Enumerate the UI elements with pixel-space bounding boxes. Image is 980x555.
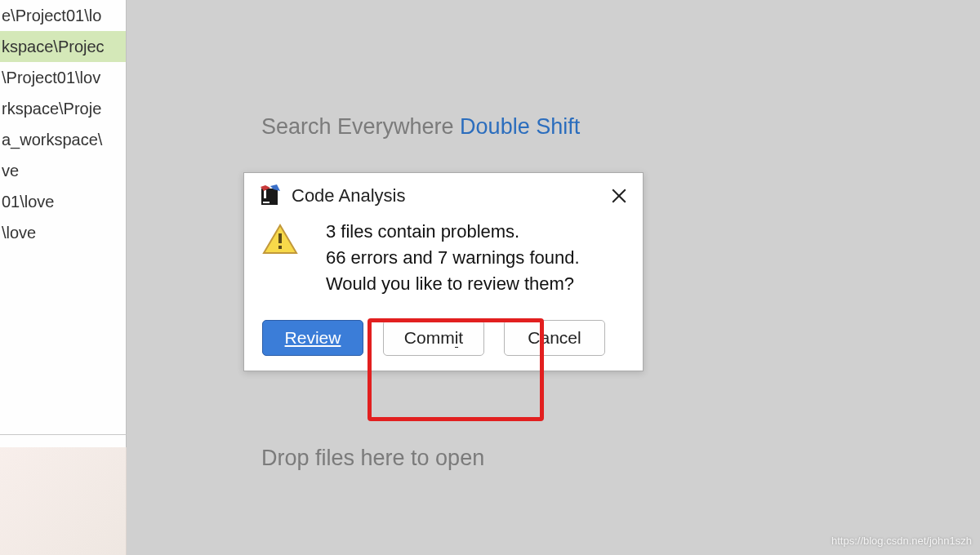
sidebar-item[interactable]: \Project01\lov xyxy=(0,62,126,93)
intellij-icon xyxy=(259,184,282,207)
review-button[interactable]: Review xyxy=(262,320,363,356)
dialog-body: 3 files contain problems. 66 errors and … xyxy=(259,219,628,297)
search-everywhere-hint: Search Everywhere Double Shift xyxy=(261,114,580,140)
sidebar-item[interactable]: a_workspace\ xyxy=(0,124,126,155)
cancel-button[interactable]: Cancel xyxy=(504,320,605,356)
sidebar-item[interactable]: ve xyxy=(0,155,126,186)
svg-rect-2 xyxy=(264,190,266,198)
hint-label: Search Everywhere xyxy=(261,114,460,139)
code-analysis-dialog: Code Analysis 3 files contain problems. … xyxy=(243,172,644,371)
sidebar-background-artwork xyxy=(0,447,127,555)
commit-button[interactable]: Commit xyxy=(383,320,484,356)
message-line-1: 3 files contain problems. xyxy=(326,219,580,245)
svg-rect-5 xyxy=(278,246,282,249)
sidebar-item[interactable]: \love xyxy=(0,217,126,248)
message-line-3: Would you like to review them? xyxy=(326,271,580,297)
sidebar-item[interactable]: 01\love xyxy=(0,186,126,217)
message-line-2: 66 errors and 7 warnings found. xyxy=(326,245,580,271)
commit-button-label: Commit xyxy=(404,328,463,348)
svg-rect-1 xyxy=(263,202,270,203)
drop-files-hint: Drop files here to open xyxy=(261,446,484,471)
review-button-label: Review xyxy=(285,328,341,348)
dialog-titlebar: Code Analysis xyxy=(259,184,628,207)
svg-rect-4 xyxy=(278,233,282,243)
dialog-button-row: Review Commit Cancel xyxy=(259,320,628,356)
sidebar: e\Project01\lo kspace\Projec \Project01\… xyxy=(0,0,127,555)
sidebar-item[interactable]: kspace\Projec xyxy=(0,31,126,62)
hint-shortcut: Double Shift xyxy=(460,114,580,139)
dialog-title: Code Analysis xyxy=(292,185,405,206)
sidebar-item[interactable]: e\Project01\lo xyxy=(0,0,126,31)
sidebar-divider xyxy=(0,434,127,435)
close-icon[interactable] xyxy=(610,187,628,205)
dialog-message: 3 files contain problems. 66 errors and … xyxy=(326,219,580,297)
watermark: https://blog.csdn.net/john1szh xyxy=(831,535,972,547)
warning-icon xyxy=(262,224,298,255)
cancel-button-label: Cancel xyxy=(528,328,581,348)
sidebar-item[interactable]: rkspace\Proje xyxy=(0,93,126,124)
